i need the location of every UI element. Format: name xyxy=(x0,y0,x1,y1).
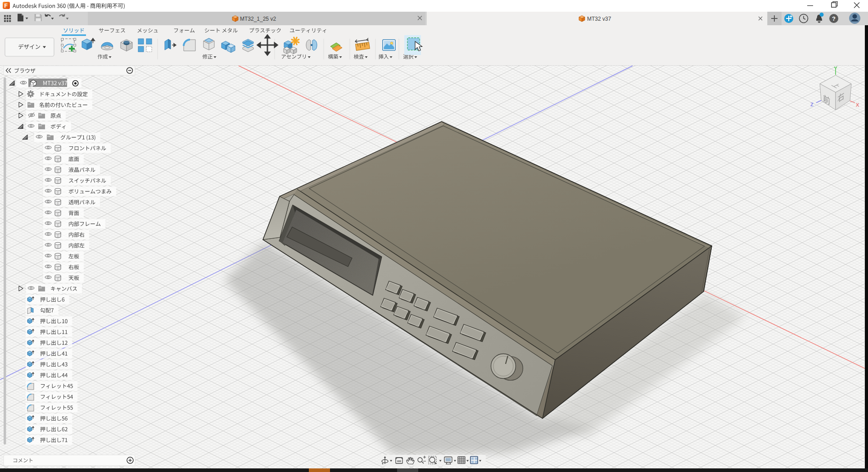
svg-text:X: X xyxy=(856,102,859,108)
svg-text:?: ? xyxy=(832,15,836,22)
svg-text:MT32_1_25 v2: MT32_1_25 v2 xyxy=(240,16,276,22)
svg-text:MT32 v37: MT32 v37 xyxy=(587,16,611,22)
svg-text:Z: Z xyxy=(810,102,814,107)
svg-text:F: F xyxy=(5,3,8,9)
